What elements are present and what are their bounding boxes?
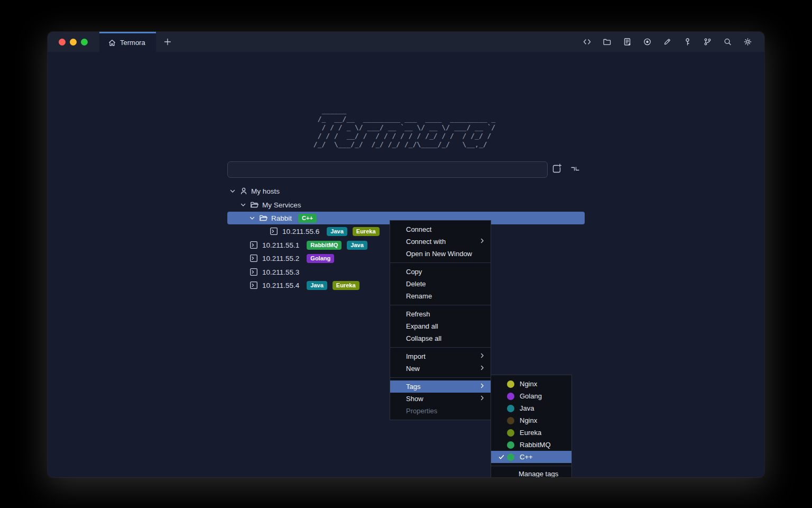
- tag-badge: Golang: [307, 254, 334, 263]
- checkmark-icon: [495, 453, 507, 460]
- traffic-lights: [48, 32, 99, 52]
- minimize-window-button[interactable]: [70, 39, 77, 46]
- chevron-right-icon: [479, 395, 485, 403]
- chevron-right-icon: [479, 238, 485, 246]
- tag-option-rabbitmq[interactable]: RabbitMQ: [491, 439, 571, 451]
- menu-item-delete[interactable]: Delete: [390, 278, 491, 290]
- search-icon[interactable]: [720, 34, 735, 49]
- tag-badge: Java: [307, 281, 327, 290]
- chevron-right-icon: [479, 383, 485, 391]
- chevron-down-icon: [239, 201, 247, 208]
- tag-color-dot: [507, 453, 514, 461]
- titlebar: Termora: [48, 32, 764, 52]
- tab-termora[interactable]: Termora: [99, 32, 156, 52]
- host-tags: Java Eureka: [307, 281, 359, 290]
- branch-icon[interactable]: [700, 34, 715, 49]
- host-name: 10.211.55.4: [262, 282, 299, 289]
- terminal-icon: [250, 254, 258, 262]
- ascii-logo: ______ /_ __/__ _________ ___ ____ _____…: [309, 106, 500, 149]
- host-tags: Golang: [307, 254, 334, 263]
- menu-item-import[interactable]: Import: [390, 350, 491, 362]
- tag-badge: Java: [347, 241, 367, 250]
- host-name: 10.211.55.3: [262, 268, 299, 276]
- chevron-right-icon: [479, 365, 485, 373]
- host-tags: Java Eureka: [327, 227, 379, 236]
- menu-item-refresh[interactable]: Refresh: [390, 308, 491, 320]
- tree-label: My Services: [262, 201, 301, 209]
- tag-badge: Java: [327, 227, 347, 236]
- tags-submenu: Nginx Golang Java Ng: [491, 375, 572, 477]
- manage-tags-button[interactable]: Manage tags: [491, 466, 571, 477]
- menu-item-collapse-all[interactable]: Collapse all: [390, 332, 491, 344]
- host-search-input[interactable]: [227, 161, 548, 178]
- tag-option-cpp[interactable]: C++: [491, 451, 571, 463]
- tag-color-dot: [507, 429, 514, 437]
- menu-item-connect[interactable]: Connect: [390, 223, 491, 235]
- terminal-icon: [250, 281, 258, 289]
- terminal-icon: [250, 268, 258, 276]
- menu-item-open-in-new-window[interactable]: Open in New Window: [390, 248, 491, 260]
- record-icon[interactable]: [640, 34, 654, 49]
- chevron-down-icon: [229, 187, 236, 195]
- context-menu: Connect Connect with Open in New Window …: [390, 220, 491, 420]
- tag-option-java[interactable]: Java: [491, 402, 571, 414]
- tag-color-dot: [507, 441, 514, 449]
- tag-badge: RabbitMQ: [307, 241, 342, 250]
- tree-item-host[interactable]: 10.211.55.6 Java Eureka: [270, 226, 380, 237]
- chevron-down-icon: [248, 214, 256, 222]
- new-tab-button[interactable]: [156, 32, 179, 52]
- chevron-right-icon: [479, 352, 485, 360]
- tree-item-host[interactable]: 10.211.55.2 Golang: [250, 253, 334, 264]
- tree-label: Rabbit: [271, 214, 292, 222]
- log-icon[interactable]: [620, 34, 634, 49]
- tree-item-host[interactable]: 10.211.55.3: [250, 267, 299, 277]
- tag-badge: Eureka: [353, 227, 380, 236]
- tree-item-host[interactable]: 10.211.55.4 Java Eureka: [250, 280, 359, 291]
- tag-badge: C++: [298, 214, 317, 223]
- menu-item-properties: Properties: [390, 405, 491, 417]
- tree-label: My hosts: [251, 187, 280, 195]
- titlebar-actions: [579, 32, 764, 52]
- host-toolbar: [551, 161, 581, 178]
- termora-window: Termora: [48, 32, 764, 477]
- edit-icon[interactable]: [660, 34, 675, 49]
- collapse-all-button[interactable]: [569, 163, 581, 177]
- tag-color-dot: [507, 380, 514, 388]
- open-folder-icon: [250, 201, 259, 209]
- tree-item-host[interactable]: 10.211.55.1 RabbitMQ Java: [250, 240, 367, 250]
- menu-item-show[interactable]: Show: [390, 393, 491, 405]
- close-window-button[interactable]: [59, 39, 66, 46]
- settings-icon[interactable]: [740, 34, 755, 49]
- terminal-icon: [270, 227, 278, 235]
- tag-option-eureka[interactable]: Eureka: [491, 427, 571, 439]
- folder-icon[interactable]: [599, 34, 614, 49]
- terminal-icon: [250, 241, 258, 249]
- menu-item-copy[interactable]: Copy: [390, 266, 491, 278]
- titlebar-drag-area: [179, 32, 579, 52]
- menu-item-rename[interactable]: Rename: [390, 290, 491, 302]
- tree-item-my-services[interactable]: My Services: [239, 199, 301, 210]
- tag-option-nginx[interactable]: Nginx: [491, 378, 571, 390]
- code-icon[interactable]: [579, 34, 594, 49]
- host-name: 10.211.55.6: [282, 228, 319, 235]
- add-host-button[interactable]: [551, 163, 562, 177]
- home-icon: [108, 39, 116, 47]
- menu-item-expand-all[interactable]: Expand all: [390, 320, 491, 332]
- tag-badge: Eureka: [333, 281, 359, 290]
- zoom-window-button[interactable]: [81, 39, 88, 46]
- tag-option-nginx-2[interactable]: Nginx: [491, 414, 571, 427]
- tree-item-my-hosts[interactable]: My hosts: [229, 186, 280, 196]
- tab-label: Termora: [120, 39, 145, 47]
- tag-color-dot: [507, 417, 514, 424]
- menu-item-connect-with[interactable]: Connect with: [390, 235, 491, 248]
- plus-icon: [163, 38, 172, 46]
- tag-color-dot: [507, 393, 514, 400]
- menu-item-tags[interactable]: Tags: [390, 380, 491, 393]
- desktop: Termora: [0, 0, 812, 508]
- tag-option-golang[interactable]: Golang: [491, 390, 571, 402]
- tag-color-dot: [507, 405, 514, 412]
- menu-item-new[interactable]: New: [390, 362, 491, 375]
- key-icon[interactable]: [680, 34, 695, 49]
- host-tags: RabbitMQ Java: [307, 241, 367, 250]
- main-area: ______ /_ __/__ _________ ___ ____ _____…: [48, 52, 764, 477]
